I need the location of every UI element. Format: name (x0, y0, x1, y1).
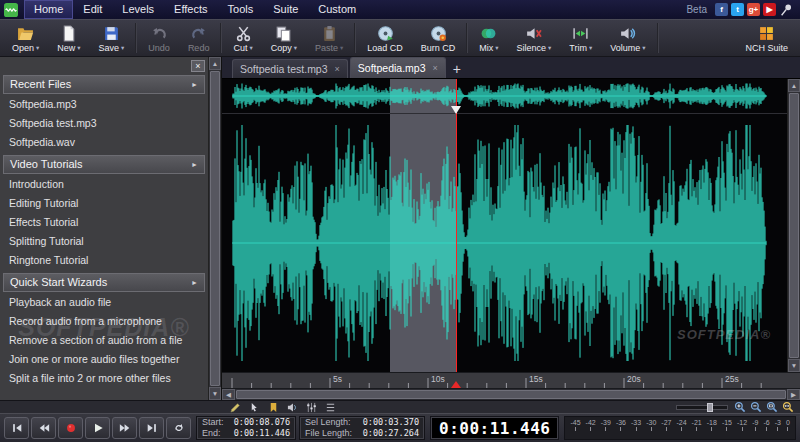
horizontal-scroll-thumb[interactable] (236, 390, 786, 399)
menu-item-suite[interactable]: Suite (263, 0, 308, 19)
main-waveform[interactable] (222, 114, 787, 372)
load-cd-button[interactable]: Load CD (358, 20, 412, 56)
fast-forward-button[interactable] (112, 417, 137, 439)
sidebar-scrollbar[interactable]: ▲ ▼ (208, 57, 221, 400)
sidebar-item-record-audio-from-a-microphone[interactable]: Record audio from a microphone (0, 312, 208, 331)
horizontal-scrollbar[interactable]: ◀ ▶ (222, 388, 800, 400)
zoom-full-button[interactable] (782, 401, 794, 413)
open-button[interactable]: Open▾ (3, 20, 48, 56)
chevron-down-icon[interactable]: ▾ (249, 44, 252, 52)
sidebar-section-recent-files[interactable]: Recent Files► (3, 75, 205, 94)
wavepad-icon[interactable] (4, 3, 18, 17)
playhead-marker[interactable] (451, 381, 461, 388)
menu-item-tools[interactable]: Tools (218, 0, 264, 19)
rewind-button[interactable] (31, 417, 56, 439)
new-tab-button[interactable]: + (448, 59, 466, 78)
sidebar-item-softpedia-test-mp3[interactable]: Softpedia test.mp3 (0, 114, 208, 133)
scroll-left-icon[interactable]: ◀ (222, 389, 235, 400)
volume-button[interactable]: Volume▾ (601, 20, 654, 56)
zoom-selection-button[interactable] (766, 401, 778, 413)
sidebar-item-split-a-file-into-2-or-more-other-files[interactable]: Split a file into 2 or more other files (0, 369, 208, 388)
vertical-scroll-track[interactable] (789, 93, 799, 358)
chevron-down-icon[interactable]: ▾ (36, 44, 39, 52)
nch-suite-button[interactable]: NCH Suite (736, 20, 797, 56)
chevron-down-icon[interactable]: ▾ (77, 44, 80, 52)
close-icon[interactable]: × (433, 63, 438, 73)
twitter-icon[interactable]: t (731, 3, 744, 16)
googleplus-icon[interactable]: g+ (747, 3, 760, 16)
waveform-area[interactable]: SOFTPEDIA® (222, 79, 787, 372)
overview-waveform[interactable] (222, 79, 787, 113)
timeline-ruler[interactable]: 5s10s15s20s25s (222, 372, 800, 388)
bookmark-tool-button[interactable] (268, 402, 279, 413)
chevron-down-icon[interactable]: ▾ (495, 44, 498, 52)
tab-softpedia-mp3[interactable]: Softpedia.mp3× (350, 57, 446, 78)
menu-item-edit[interactable]: Edit (73, 0, 112, 19)
zoom-in-button[interactable] (734, 401, 746, 413)
levels-tool-button[interactable] (306, 402, 317, 413)
zoom-out-button[interactable] (750, 401, 762, 413)
sidebar-section-video-tutorials[interactable]: Video Tutorials► (3, 155, 205, 174)
scroll-up-icon[interactable]: ▲ (788, 79, 800, 92)
menu-item-home[interactable]: Home (24, 0, 73, 19)
sidebar-item-ringtone-tutorial[interactable]: Ringtone Tutorial (0, 251, 208, 270)
pin-icon[interactable] (779, 3, 793, 17)
chevron-down-icon[interactable]: ▾ (340, 44, 343, 52)
sidebar-item-splitting-tutorial[interactable]: Splitting Tutorial (0, 232, 208, 251)
sidebar-scroll-thumb[interactable] (210, 71, 220, 386)
chevron-down-icon[interactable]: ▾ (642, 44, 645, 52)
loop-button[interactable] (166, 417, 191, 439)
tab-softpedia-test-mp3[interactable]: Softpedia test.mp3× (232, 59, 348, 78)
scroll-down-icon[interactable]: ▼ (788, 359, 800, 372)
trim-button[interactable]: Trim▾ (560, 20, 601, 56)
chevron-down-icon[interactable]: ▾ (294, 44, 297, 52)
burn-cd-button[interactable]: Burn CD (412, 20, 465, 56)
playback-cursor[interactable] (456, 79, 458, 372)
sidebar-section-quick-start-wizards[interactable]: Quick Start Wizards► (3, 273, 205, 292)
new-button[interactable]: New▾ (48, 20, 89, 56)
list-tool-button[interactable] (325, 402, 336, 413)
sidebar-item-softpedia-mp3[interactable]: Softpedia.mp3 (0, 95, 208, 114)
cursor-tool-button[interactable] (249, 402, 260, 413)
horizontal-scroll-track[interactable] (236, 390, 786, 399)
sidebar-item-remove-a-section-of-audio-from-a-file[interactable]: Remove a section of audio from a file (0, 331, 208, 350)
record-button[interactable] (58, 417, 83, 439)
sidebar-item-effects-tutorial[interactable]: Effects Tutorial (0, 213, 208, 232)
cut-button[interactable]: Cut▾ (224, 20, 261, 56)
pencil-tool-button[interactable] (230, 402, 241, 413)
chevron-down-icon[interactable]: ▾ (589, 44, 592, 52)
vertical-scroll-thumb[interactable] (789, 93, 799, 358)
sidebar-item-editing-tutorial[interactable]: Editing Tutorial (0, 194, 208, 213)
sidebar-close-button[interactable]: × (191, 60, 205, 72)
sidebar-scroll-track[interactable] (210, 71, 220, 386)
app-icon[interactable] (4, 3, 18, 17)
scroll-right-icon[interactable]: ▶ (787, 389, 800, 400)
skip-to-end-button[interactable] (139, 417, 164, 439)
chevron-down-icon[interactable]: ▾ (121, 44, 124, 52)
facebook-icon[interactable]: f (715, 3, 728, 16)
copy-button[interactable]: Copy▾ (262, 20, 306, 56)
youtube-icon[interactable]: ▶ (763, 3, 776, 16)
overview-position-handle[interactable] (451, 106, 461, 114)
silence-button[interactable]: Silence▾ (508, 20, 561, 56)
chevron-down-icon[interactable]: ▾ (548, 44, 551, 52)
sidebar-item-join-one-or-more-audio-files-together[interactable]: Join one or more audio files together (0, 350, 208, 369)
zoom-slider[interactable] (676, 405, 728, 410)
menu-item-effects[interactable]: Effects (164, 0, 217, 19)
menu-item-custom[interactable]: Custom (308, 0, 366, 19)
mix-button[interactable]: Mix▾ (470, 20, 507, 56)
sidebar-item-playback-an-audio-file[interactable]: Playback an audio file (0, 293, 208, 312)
pin-icon[interactable] (779, 3, 793, 17)
vertical-scrollbar[interactable]: ▲ ▼ (787, 79, 800, 372)
speaker-tool-button[interactable] (287, 402, 298, 413)
zoom-slider-thumb[interactable] (707, 403, 713, 412)
close-icon[interactable]: × (335, 64, 340, 74)
menu-item-levels[interactable]: Levels (112, 0, 164, 19)
skip-to-start-button[interactable] (4, 417, 29, 439)
scroll-down-icon[interactable]: ▼ (209, 387, 221, 400)
sidebar-item-introduction[interactable]: Introduction (0, 175, 208, 194)
save-button[interactable]: Save▾ (90, 20, 134, 56)
scroll-up-icon[interactable]: ▲ (209, 57, 221, 70)
sidebar-item-softpedia-wav[interactable]: Softpedia.wav (0, 133, 208, 152)
play-button[interactable] (85, 417, 110, 439)
